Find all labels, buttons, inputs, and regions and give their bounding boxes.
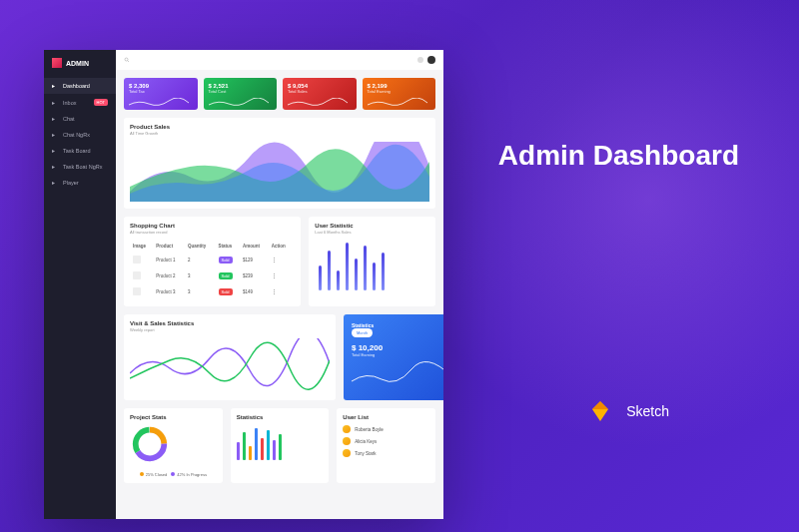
chat2-icon: ▸ <box>52 132 58 138</box>
stat-card-green[interactable]: $ 2,521Total Cost <box>204 78 278 110</box>
nav-label: Task Board <box>63 148 91 154</box>
sketch-label: Sketch <box>626 403 669 419</box>
chat-icon: ▸ <box>52 116 58 122</box>
bar <box>373 263 376 290</box>
nav-item-task-boat-ngrx[interactable]: ▸Task Boat NgRx <box>44 159 116 175</box>
bar <box>355 259 358 290</box>
panel-sub: All Time Growth <box>130 131 429 136</box>
user-item[interactable]: Tony Stark <box>343 449 429 457</box>
user-list-panel: User List Roberta BoyleAlicia KeysTony S… <box>337 408 435 483</box>
main-area: $ 2,309Total Tax$ 2,521Total Cost$ 9,054… <box>116 50 443 519</box>
panel-title: User Statistic <box>315 223 429 229</box>
shopping-chart-panel: Shopping Chart All transaction record Im… <box>124 217 301 306</box>
line-chart <box>130 338 330 393</box>
mini-bar <box>261 438 264 460</box>
sparkline <box>129 98 189 108</box>
panel-sub: All transaction record <box>130 230 295 235</box>
table-row[interactable]: Product 12Sold$129⋮ <box>132 253 293 266</box>
product-sales-panel: Product Sales All Time Growth <box>124 118 435 209</box>
stat-card-red[interactable]: $ 9,054Total Sales <box>283 78 357 110</box>
nav-item-player[interactable]: ▸Player <box>44 175 116 191</box>
action-icon[interactable]: ⋮ <box>271 268 294 282</box>
mini-bar <box>279 434 282 460</box>
product-name: Product 2 <box>155 268 185 282</box>
user-name: Tony Stark <box>355 451 376 456</box>
logo[interactable]: ADMIN <box>44 58 116 78</box>
statistics-box: Statistics Month $ 10,200 Total Earning <box>344 314 443 400</box>
mini-bar <box>237 442 240 460</box>
avatar[interactable] <box>427 56 435 64</box>
statistics-panel: Statistics <box>231 408 330 483</box>
nav-item-dashboard[interactable]: ▸Dashboard <box>44 78 116 94</box>
user-avatar <box>343 449 351 457</box>
sketch-icon <box>588 399 612 423</box>
search-icon[interactable] <box>124 57 130 63</box>
qty: 3 <box>187 284 216 298</box>
legend: 25% Closed42% In Progress <box>130 472 217 477</box>
nav-label: Player <box>63 180 79 186</box>
panel-title: Product Sales <box>130 124 429 130</box>
panel-title: Shopping Chart <box>130 223 295 229</box>
area-chart <box>130 142 429 202</box>
user-list: Roberta BoyleAlicia KeysTony Stark <box>343 425 429 457</box>
bar-chart <box>315 241 429 290</box>
grid-icon: ▸ <box>52 83 58 89</box>
sparkline <box>368 98 427 108</box>
legend-item: 25% Closed <box>140 472 168 477</box>
table-header: Status <box>218 242 241 251</box>
status-badge: Sold <box>219 257 233 264</box>
amount: $149 <box>242 284 269 298</box>
panel-sub: Weekly report <box>130 327 330 332</box>
notification-icon[interactable] <box>417 57 423 63</box>
nav-item-chat-ngrx[interactable]: ▸Chat NgRx <box>44 127 116 143</box>
user-statistic-panel: User Statistic Last 6 Months Sales <box>309 217 435 306</box>
user-item[interactable]: Roberta Boyle <box>343 425 429 433</box>
qty: 3 <box>187 268 216 282</box>
table-row[interactable]: Product 23Sold$239⋮ <box>132 268 293 282</box>
stat-label: Total Sales <box>288 89 352 94</box>
amount: $129 <box>242 253 269 266</box>
bar <box>337 270 340 290</box>
dashboard-window: ADMIN ▸Dashboard▸InboxHOT▸Chat▸Chat NgRx… <box>44 50 443 519</box>
stat-label: Total Cost <box>209 89 273 94</box>
project-stats-panel: Project Stats 25% Closed42% In Progress <box>124 408 223 483</box>
nav-badge: HOT <box>94 99 108 106</box>
mini-bar <box>243 432 246 460</box>
user-name: Alicia Keys <box>355 439 377 444</box>
bar <box>364 246 367 290</box>
nav-item-inbox[interactable]: ▸InboxHOT <box>44 94 116 111</box>
sketch-badge: Sketch <box>588 399 669 423</box>
table-row[interactable]: Product 33Sold$149⋮ <box>132 284 293 298</box>
user-avatar <box>343 437 351 445</box>
nav-label: Task Boat NgRx <box>63 164 102 170</box>
donut-chart <box>130 424 170 464</box>
board2-icon: ▸ <box>52 164 58 170</box>
action-icon[interactable]: ⋮ <box>271 253 294 266</box>
table-header: Product <box>155 242 185 251</box>
mini-bars <box>237 425 324 460</box>
qty: 2 <box>187 253 216 266</box>
action-icon[interactable]: ⋮ <box>271 284 294 298</box>
panel-title: Statistics <box>237 414 324 420</box>
stat-label: Total Earning <box>368 89 431 94</box>
nav-item-task-board[interactable]: ▸Task Board <box>44 143 116 159</box>
brand-text: ADMIN <box>66 60 89 67</box>
panel-sub: Last 6 Months Sales <box>315 230 429 235</box>
panel-title: User List <box>343 414 429 420</box>
mini-bar <box>273 440 276 460</box>
stat-card-purple[interactable]: $ 2,309Total Tax <box>124 78 198 110</box>
user-item[interactable]: Alicia Keys <box>343 437 429 445</box>
bar <box>319 266 322 290</box>
inbox-icon: ▸ <box>52 100 58 106</box>
legend-item: 42% In Progress <box>171 472 207 477</box>
nav-label: Chat NgRx <box>63 132 90 138</box>
panel-title: Visit & Sales Statistics <box>130 320 330 326</box>
nav-item-chat[interactable]: ▸Chat <box>44 111 116 127</box>
promo-title: Admin Dashboard <box>498 140 739 172</box>
product-name: Product 1 <box>155 253 185 266</box>
stat-card-orange[interactable]: $ 2,199Total Earning <box>363 78 436 110</box>
table-header: Action <box>271 242 294 251</box>
board-icon: ▸ <box>52 148 58 154</box>
tab-month[interactable]: Month <box>352 328 373 337</box>
amount: $239 <box>242 268 269 282</box>
